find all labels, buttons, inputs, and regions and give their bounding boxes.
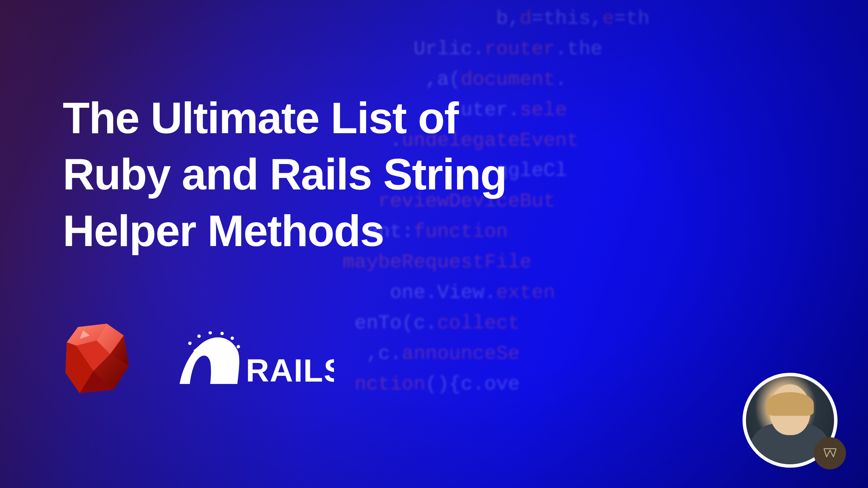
- ruby-logo-icon: [63, 322, 131, 395]
- author-avatar-container: [743, 373, 837, 468]
- svg-point-14: [237, 345, 240, 348]
- svg-point-12: [220, 332, 224, 335]
- rails-logo-icon: RAILS: [178, 331, 334, 386]
- svg-point-10: [197, 334, 201, 338]
- avatar-hair: [766, 392, 814, 416]
- title-line-1: The Ultimate List of: [63, 93, 458, 143]
- svg-text:RAILS: RAILS: [246, 352, 334, 386]
- svg-point-13: [231, 337, 234, 340]
- author-badge-icon: [814, 437, 846, 469]
- page-title: The Ultimate List of Ruby and Rails Stri…: [63, 90, 507, 259]
- title-line-2: Ruby and Rails String: [63, 149, 507, 199]
- svg-point-9: [188, 342, 192, 345]
- svg-point-11: [209, 331, 212, 334]
- main-content: The Ultimate List of Ruby and Rails Stri…: [63, 90, 507, 259]
- title-line-3: Helper Methods: [63, 206, 384, 256]
- logos-row: RAILS: [63, 322, 334, 395]
